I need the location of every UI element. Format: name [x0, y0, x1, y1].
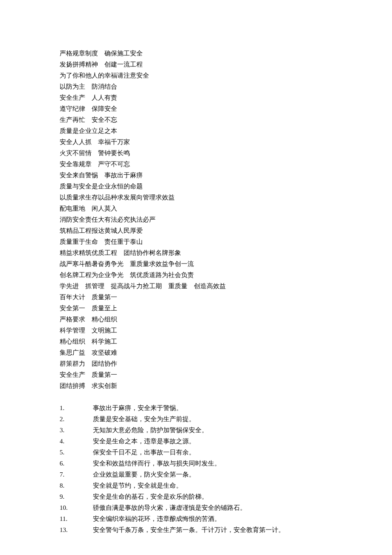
- slogan-line: 质量与安全是企业永恒的命题: [60, 181, 332, 192]
- slogan-line: 群策群力 团结协作: [60, 358, 332, 369]
- slogan-line: 百年大计 质量第一: [60, 292, 332, 303]
- item-text: 事故出于麻痹，安全来于警惕。: [93, 402, 182, 413]
- item-text: 企业效益最重要，防火安全第一条。: [93, 469, 195, 480]
- slogan-line: 精心组织 科学施工: [60, 336, 332, 347]
- numbered-item: 7.企业效益最重要，防火安全第一条。: [60, 469, 332, 480]
- item-text: 安全就是节约，安全就是生命。: [93, 480, 182, 491]
- item-number: 4.: [60, 436, 93, 447]
- slogan-line: 严格要求 精心组织: [60, 314, 332, 325]
- slogan-line: 安全生产 质量第一: [60, 369, 332, 380]
- numbered-item: 4.安全是生命之本，违章是事故之源。: [60, 436, 332, 447]
- numbered-item: 11.安全编织幸福的花环，违章酿成悔恨的苦酒。: [60, 513, 332, 524]
- item-number: 9.: [60, 491, 93, 502]
- slogan-line: 创名牌工程为企业争光 筑优质道路为社会负责: [60, 269, 332, 280]
- slogan-line: 集思广益 攻坚破难: [60, 347, 332, 358]
- item-number: 10.: [60, 502, 93, 513]
- slogan-line: 学先进 抓管理 提高战斗力抢工期 重质量 创造高效益: [60, 280, 332, 292]
- item-number: 2.: [60, 413, 93, 425]
- slogan-line: 团结拚搏 求实创新: [60, 380, 332, 391]
- numbered-item: 3.无知加大意必危险，防护加警惕保安全。: [60, 425, 332, 436]
- item-number: 11.: [60, 513, 93, 524]
- slogan-line: 遵守纪律 保障安全: [60, 103, 332, 114]
- item-number: 1.: [60, 402, 93, 413]
- slogan-line: 战严寒斗酷暑奋勇争光 重质量求效益争创一流: [60, 258, 332, 269]
- slogan-line: 筑精品工程报达黄城人民厚爱: [60, 225, 332, 236]
- slogan-line: 生产再忙 安全不忘: [60, 114, 332, 125]
- item-text: 安全是生命之本，违章是事故之源。: [93, 436, 195, 447]
- numbered-item: 6.安全和效益结伴而行，事故与损失同时发生。: [60, 458, 332, 469]
- slogan-line: 为了你和他人的幸福请注意安全: [60, 70, 332, 81]
- numbered-list-section: 1.事故出于麻痹，安全来于警惕。2.质量是安全基础，安全为生产前提。3.无知加大…: [60, 402, 332, 535]
- numbered-item: 5.保安全千日不足，出事故一日有余。: [60, 447, 332, 458]
- slogan-line: 发扬拼搏精神 创建一流工程: [60, 59, 332, 70]
- slogan-line: 火灾不留情 警钟要长鸣: [60, 147, 332, 159]
- item-text: 保安全千日不足，出事故一日有余。: [93, 447, 195, 458]
- item-number: 5.: [60, 447, 93, 458]
- item-text: 无知加大意必危险，防护加警惕保安全。: [93, 425, 208, 436]
- slogan-line: 安全第一 质量至上: [60, 303, 332, 314]
- section-gap: [60, 391, 332, 402]
- slogan-line: 安全靠规章 严守不可忘: [60, 159, 332, 170]
- slogan-line: 配电重地 闲人莫入: [60, 203, 332, 214]
- item-text: 骄傲自满是事故的导火索，谦虚谨慎是安全的铺路石。: [93, 502, 246, 513]
- item-number: 7.: [60, 469, 93, 480]
- item-number: 6.: [60, 458, 93, 469]
- slogan-line: 消防安全责任大有法必究执法必严: [60, 214, 332, 225]
- slogan-line: 安全生产 人人有责: [60, 92, 332, 103]
- slogan-line: 以质量求生存以品种求发展向管理求效益: [60, 192, 332, 203]
- slogan-line: 安全人人抓 幸福千万家: [60, 136, 332, 147]
- document-page: 严格规章制度 确保施工安全发扬拼搏精神 创建一流工程为了你和他人的幸福请注意安全…: [0, 0, 392, 555]
- slogan-line: 严格规章制度 确保施工安全: [60, 48, 332, 59]
- numbered-item: 8.安全就是节约，安全就是生命。: [60, 480, 332, 491]
- item-number: 13.: [60, 524, 93, 535]
- slogan-line: 科学管理 文明施工: [60, 325, 332, 336]
- item-text: 安全是生命的基石，安全是欢乐的阶梯。: [93, 491, 208, 502]
- slogan-line: 质量重于生命 责任重于泰山: [60, 236, 332, 247]
- numbered-item: 1.事故出于麻痹，安全来于警惕。: [60, 402, 332, 413]
- slogan-line: 精益求精筑优质工程 团结协作树名牌形象: [60, 247, 332, 258]
- slogan-line: 安全来自警惕 事故出于麻痹: [60, 170, 332, 181]
- item-text: 安全和效益结伴而行，事故与损失同时发生。: [93, 458, 221, 469]
- item-number: 8.: [60, 480, 93, 491]
- item-text: 质量是安全基础，安全为生产前提。: [93, 413, 195, 425]
- numbered-item: 9.安全是生命的基石，安全是欢乐的阶梯。: [60, 491, 332, 502]
- slogan-line: 以防为主 防消结合: [60, 81, 332, 92]
- slogans-section: 严格规章制度 确保施工安全发扬拼搏精神 创建一流工程为了你和他人的幸福请注意安全…: [60, 48, 332, 391]
- item-text: 安全编织幸福的花环，违章酿成悔恨的苦酒。: [93, 513, 221, 524]
- numbered-item: 2.质量是安全基础，安全为生产前提。: [60, 413, 332, 425]
- numbered-item: 13.安全警句千条万条，安全生产第一条。千计万计，安全教育第一计。: [60, 524, 332, 535]
- item-text: 安全警句千条万条，安全生产第一条。千计万计，安全教育第一计。: [93, 524, 285, 535]
- slogan-line: 质量是企业立足之本: [60, 125, 332, 136]
- numbered-item: 10.骄傲自满是事故的导火索，谦虚谨慎是安全的铺路石。: [60, 502, 332, 513]
- item-number: 3.: [60, 425, 93, 436]
